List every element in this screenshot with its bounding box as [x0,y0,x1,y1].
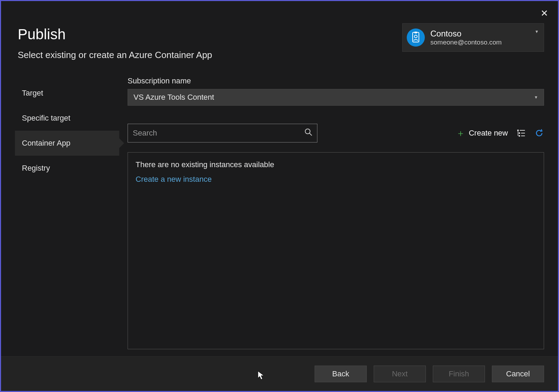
account-picker[interactable]: Contoso someone@contoso.com ▼ [402,23,544,52]
sidebar-item-label: Target [22,89,43,98]
subscription-dropdown[interactable]: VS Azure Tools Content ▼ [128,89,544,106]
sidebar-item-label: Specific target [22,114,70,123]
svg-line-4 [309,133,312,136]
subscription-value: VS Azure Tools Content [133,93,214,102]
svg-point-2 [414,35,417,38]
svg-rect-1 [414,32,417,33]
search-input-wrapper[interactable] [128,124,317,142]
create-new-button[interactable]: ＋ Create new [456,127,508,139]
chevron-down-icon: ▼ [534,95,538,100]
instances-list: There are no existing instances availabl… [128,152,544,349]
svg-point-3 [305,129,310,134]
wizard-sidebar: Target Specific target Container App Reg… [15,76,119,349]
create-new-label: Create new [469,129,508,138]
plus-icon: ＋ [456,127,465,139]
sidebar-item-container-app[interactable]: Container App [15,131,119,156]
svg-rect-9 [519,135,520,137]
search-input[interactable] [133,129,305,138]
svg-rect-7 [519,132,520,134]
refresh-icon[interactable] [534,128,544,138]
create-new-instance-link[interactable]: Create a new instance [136,175,536,184]
cancel-button[interactable]: Cancel [492,366,544,382]
chevron-down-icon: ▼ [535,29,540,34]
account-name: Contoso [430,29,529,39]
back-button[interactable]: Back [315,366,367,382]
svg-rect-5 [517,130,519,131]
sidebar-item-label: Container App [22,139,70,148]
next-button: Next [374,366,426,382]
account-avatar-icon [407,28,425,47]
finish-button: Finish [433,366,485,382]
tree-view-icon[interactable] [516,128,526,138]
sidebar-item-label: Registry [22,164,50,173]
empty-state-text: There are no existing instances availabl… [136,160,536,169]
search-icon [305,128,312,138]
subscription-label: Subscription name [128,76,544,85]
sidebar-item-registry[interactable]: Registry [15,156,119,181]
sidebar-item-target[interactable]: Target [15,81,119,106]
sidebar-item-specific-target[interactable]: Specific target [15,106,119,131]
account-email: someone@contoso.com [430,39,529,46]
